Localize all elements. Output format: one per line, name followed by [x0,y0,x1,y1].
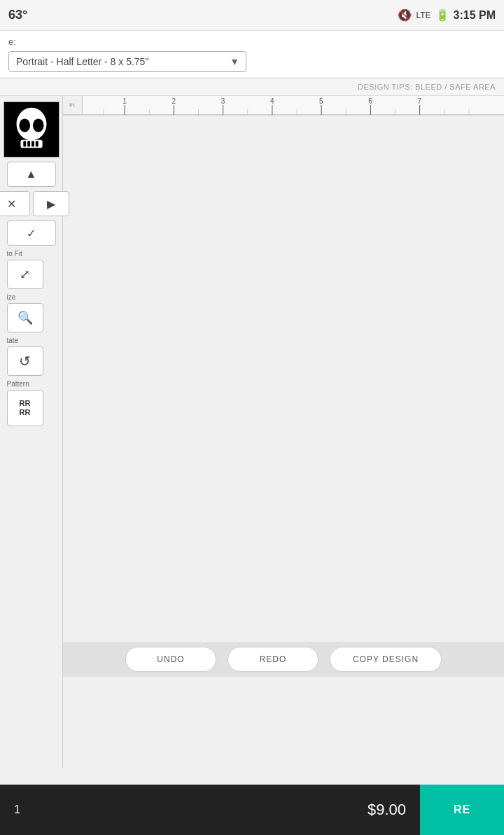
size-label: e: [8,36,496,47]
reorder-button[interactable]: RE [420,785,504,835]
svg-rect-8 [35,141,38,147]
pattern-label: Pattern [7,380,56,388]
signal-icon: LTE [416,10,430,20]
ruler-h-svg: 1 2 3 4 5 6 7 [83,96,504,115]
ruler-horizontal-marks: 1 2 3 4 5 6 7 [83,96,504,115]
redo-button[interactable]: REDO [227,647,318,672]
size-select-wrapper[interactable]: Portrait - Half Letter - 8 x 5.75" Portr… [8,51,246,72]
temperature: 63° [8,8,27,22]
footer-item-count: 1 [0,804,20,816]
zoom-button[interactable]: 🔍 [7,303,43,332]
svg-point-3 [32,118,43,132]
main-content: ▲ ✕ ▶ ✓ to Fit ⤢ ize 🔍 [0,96,504,768]
ruler-unit-label: in. [69,101,75,108]
design-tips-bar[interactable]: DESIGN TIPS: BLEED / SAFE AREA [0,78,504,96]
time-display: 3:15 PM [454,9,496,22]
zoom-icon: 🔍 [18,310,33,325]
size-select[interactable]: Portrait - Half Letter - 8 x 5.75" Portr… [8,51,246,72]
copy-design-button[interactable]: COPY DESIGN [330,647,442,672]
up-arrow-icon: ▲ [26,168,37,181]
design-tips-label: DESIGN TIPS: BLEED / SAFE AREA [358,83,496,91]
pattern-icon: RRRR [20,399,31,417]
svg-text:2: 2 [172,97,176,105]
footer-price: $9.00 [20,801,420,819]
footer: 1 $9.00 RE [0,785,504,835]
left-toolbar: ▲ ✕ ▶ ✓ to Fit ⤢ ize 🔍 [0,96,63,768]
canvas-container: in. 1 2 3 4 5 6 [63,96,504,115]
up-arrow-button[interactable]: ▲ [7,162,56,187]
mute-icon: 🔇 [398,8,412,22]
ruler-top: in. 1 2 3 4 5 6 [63,96,504,115]
next-button[interactable]: ▶ [33,191,69,216]
ruler-corner: in. [63,96,83,115]
confirm-button[interactable]: ✓ [7,220,56,246]
svg-text:1: 1 [122,97,127,105]
status-right: 🔇 LTE 🔋 3:15 PM [398,8,496,22]
svg-rect-5 [23,141,26,147]
rotate-icon: ↺ [19,353,31,370]
svg-text:6: 6 [368,97,372,105]
pattern-button[interactable]: RRRR [7,390,43,426]
fit-icon: ⤢ [20,267,30,282]
svg-text:3: 3 [221,97,225,105]
size-tool-label: ize [7,293,56,301]
battery-icon: 🔋 [435,8,449,22]
fit-label: to Fit [7,250,56,258]
header-area: e: Portrait - Half Letter - 8 x 5.75" Po… [0,31,504,78]
svg-text:4: 4 [270,97,274,105]
toolbar-row-nav: ✕ ▶ [0,191,69,216]
thumbnail-svg [4,102,59,157]
undo-button[interactable]: UNDO [125,647,216,672]
close-button[interactable]: ✕ [0,191,30,216]
thumbnail-preview [4,101,59,157]
svg-rect-6 [27,141,30,147]
state-section: tate ↺ [1,337,62,376]
rotate-button[interactable]: ↺ [7,346,43,376]
status-bar: 63° 🔇 LTE 🔋 3:15 PM [0,0,504,31]
svg-point-2 [19,118,30,132]
state-label: tate [7,337,56,344]
fit-section: to Fit ⤢ [1,250,62,289]
svg-rect-7 [31,141,34,147]
action-buttons-bar: UNDO REDO COPY DESIGN [63,642,504,677]
close-icon: ✕ [7,197,16,211]
pattern-section: Pattern RRRR [1,380,62,426]
svg-text:5: 5 [319,97,323,105]
right-arrow-icon: ▶ [47,197,55,211]
svg-text:7: 7 [418,97,422,105]
fit-button[interactable]: ⤢ [7,260,43,289]
check-icon: ✓ [27,227,36,240]
size-section: ize 🔍 [1,293,62,332]
